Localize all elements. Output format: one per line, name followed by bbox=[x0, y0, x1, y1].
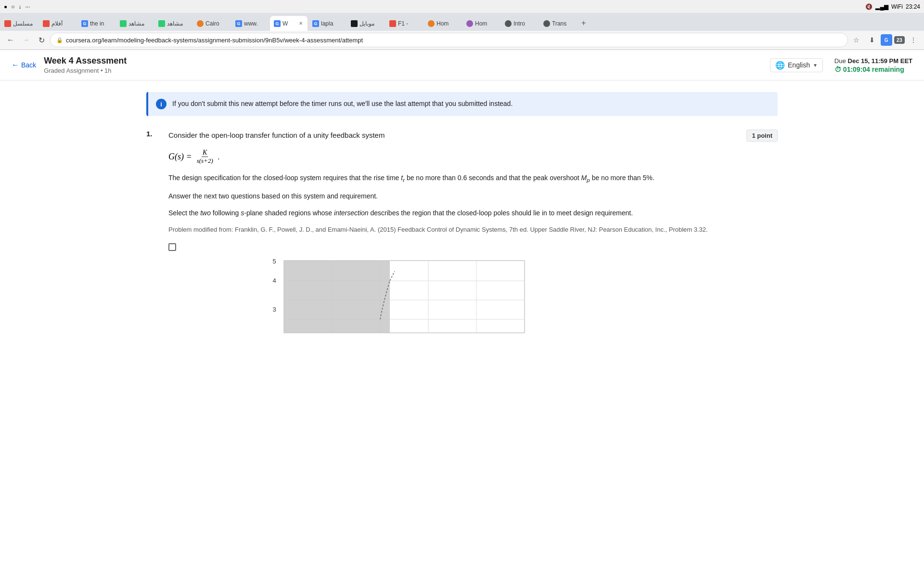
answer-instruction-text: Answer the next two questions based on t… bbox=[168, 191, 739, 202]
tab-laplace[interactable]: G lapla bbox=[308, 15, 346, 31]
due-label: Due bbox=[834, 57, 846, 65]
reference-text: Problem modified from: Franklin, G. F., … bbox=[168, 225, 739, 235]
due-label-row: Due Dec 15, 11:59 PM EET bbox=[834, 57, 912, 65]
tab-close-button[interactable]: ✕ bbox=[298, 20, 304, 27]
system-bar: ● ○ ↓ ··· 🔇 ▂▄▆ WiFi 23:24 bbox=[0, 0, 924, 13]
globe-icon: 🌐 bbox=[775, 61, 785, 70]
chevron-down-icon: ▼ bbox=[813, 63, 818, 68]
chart-svg: 5 4 3 bbox=[168, 257, 534, 334]
tab-w-active[interactable]: G W ✕ bbox=[270, 15, 308, 31]
tab-favicon-14 bbox=[505, 20, 512, 27]
math-formula: G(s) = K s(s+2) . bbox=[168, 149, 739, 165]
timer-display: ⏱ 01:09:04 remaining bbox=[834, 66, 912, 73]
tab-label-11: F1 - bbox=[398, 20, 419, 27]
tab-label-10: موبايل bbox=[359, 20, 381, 27]
browser-menu-button[interactable]: ⋮ bbox=[907, 33, 920, 47]
coursera-header: ← Back Week 4 Assessment Graded Assignme… bbox=[0, 50, 924, 80]
translate-extension-button[interactable]: G bbox=[881, 34, 892, 46]
tab-label-1: مسلسل bbox=[13, 20, 34, 27]
tab-mushahad2[interactable]: مشاهد bbox=[154, 15, 192, 31]
security-icon: 🔒 bbox=[56, 37, 63, 43]
tab-label-12: Hom bbox=[436, 20, 458, 27]
tab-favicon-9: G bbox=[312, 20, 319, 27]
tab-favicon-15 bbox=[543, 20, 550, 27]
tab-favicon-5 bbox=[158, 20, 165, 27]
fraction-numerator: K bbox=[202, 149, 208, 157]
tab-favicon-7: G bbox=[235, 20, 242, 27]
back-link[interactable]: ← Back bbox=[12, 61, 36, 69]
add-tab-button[interactable]: + bbox=[578, 15, 590, 31]
tab-label-5: مشاهد bbox=[167, 20, 188, 27]
forward-nav-button[interactable]: → bbox=[19, 33, 33, 47]
tab-f1[interactable]: F1 - bbox=[385, 15, 424, 31]
timer-icon: ⏱ bbox=[834, 66, 841, 73]
question-container: 1. Consider the open-loop transfer funct… bbox=[146, 130, 778, 335]
tab-mushahad1[interactable]: مشاهد bbox=[116, 15, 154, 31]
circle-icon-2: ○ bbox=[11, 3, 14, 10]
bookmark-button[interactable]: ☆ bbox=[850, 33, 863, 47]
main-content: i If you don't submit this new attempt b… bbox=[135, 80, 789, 347]
tab-label-3: the in bbox=[90, 20, 111, 27]
formula-lhs: G(s) = bbox=[168, 152, 192, 162]
tab-favicon-11 bbox=[389, 20, 396, 27]
tab-home1[interactable]: Hom bbox=[424, 15, 462, 31]
header-right: 🌐 English ▼ Due Dec 15, 11:59 PM EET ⏱ 0… bbox=[770, 57, 912, 73]
select-instruction-text: Select the two following s-plane shaded … bbox=[168, 208, 739, 219]
tab-label-13: Hom bbox=[475, 20, 496, 27]
question-number: 1. bbox=[146, 130, 161, 138]
language-selector[interactable]: 🌐 English ▼ bbox=[770, 58, 823, 72]
toolbar-icons: ☆ ⬇ G 23 ⋮ bbox=[850, 33, 920, 47]
back-label: Back bbox=[21, 61, 36, 69]
tab-cairo[interactable]: Cairo bbox=[192, 15, 231, 31]
tabs-bar: مسلسل أفلام G the in مشاهد مشاهد Cairo G… bbox=[0, 13, 924, 31]
battery-indicator: WiFi bbox=[891, 3, 903, 10]
system-bar-right: 🔇 ▂▄▆ WiFi 23:24 bbox=[865, 3, 920, 10]
answer-option-1 bbox=[168, 242, 739, 251]
assignment-subtitle: Graded Assignment • 1h bbox=[44, 67, 770, 74]
tab-favicon-6 bbox=[197, 20, 204, 27]
more-dots-icon: ··· bbox=[26, 3, 30, 10]
tab-favicon-8: G bbox=[274, 20, 281, 27]
circle-icon-1: ● bbox=[4, 3, 7, 10]
answer-checkbox-1[interactable] bbox=[168, 243, 176, 251]
tab-favicon-3: G bbox=[81, 20, 88, 27]
tab-label-6: Cairo bbox=[205, 20, 227, 27]
tab-trans[interactable]: Trans bbox=[539, 15, 578, 31]
url-display: coursera.org/learn/modeling-feedback-sys… bbox=[66, 37, 842, 44]
language-label: English bbox=[788, 61, 810, 69]
y-label-3: 3 bbox=[272, 306, 276, 313]
due-date: Dec 15, 11:59 PM EET bbox=[848, 57, 912, 65]
reload-button[interactable]: ↻ bbox=[35, 33, 48, 47]
fraction: K s(s+2) bbox=[196, 149, 214, 165]
tab-www[interactable]: G www. bbox=[231, 15, 270, 31]
address-bar-row: ← → ↻ 🔒 coursera.org/learn/modeling-feed… bbox=[0, 31, 924, 50]
tab-label-7: www. bbox=[244, 20, 265, 27]
address-bar[interactable]: 🔒 coursera.org/learn/modeling-feedback-s… bbox=[50, 33, 848, 47]
system-bar-left: ● ○ ↓ ··· bbox=[4, 3, 30, 10]
due-section: Due Dec 15, 11:59 PM EET ⏱ 01:09:04 rema… bbox=[834, 57, 912, 73]
tab-home2[interactable]: Hom bbox=[462, 15, 500, 31]
tab-musalsalat[interactable]: مسلسل bbox=[0, 15, 38, 31]
download-button[interactable]: ⬇ bbox=[865, 33, 879, 47]
download-arrow-icon: ↓ bbox=[19, 3, 22, 10]
back-arrow-icon: ← bbox=[12, 61, 19, 69]
tab-favicon-2 bbox=[43, 20, 50, 27]
tab-favicon-1 bbox=[4, 20, 11, 27]
tab-aflam[interactable]: أفلام bbox=[38, 15, 77, 31]
chart-container: 5 4 3 bbox=[168, 257, 739, 335]
tab-label-15: Trans bbox=[552, 20, 573, 27]
tab-label-4: مشاهد bbox=[128, 20, 150, 27]
tab-label-14: Intro bbox=[513, 20, 535, 27]
tab-label-9: lapla bbox=[321, 20, 342, 27]
extensions-count-button[interactable]: 23 bbox=[894, 36, 905, 44]
tab-label-2: أفلام bbox=[51, 20, 73, 27]
tab-the-in[interactable]: G the in bbox=[77, 15, 116, 31]
question-intro-text: Consider the open-loop transfer function… bbox=[168, 130, 739, 141]
tab-intro[interactable]: Intro bbox=[500, 15, 539, 31]
tab-mobile[interactable]: موبايل bbox=[346, 15, 385, 31]
assignment-title: Week 4 Assessment bbox=[44, 56, 770, 66]
back-nav-button[interactable]: ← bbox=[4, 33, 17, 47]
fraction-denominator: s(s+2) bbox=[196, 157, 214, 165]
tab-favicon-12 bbox=[428, 20, 435, 27]
info-icon: i bbox=[156, 99, 167, 109]
